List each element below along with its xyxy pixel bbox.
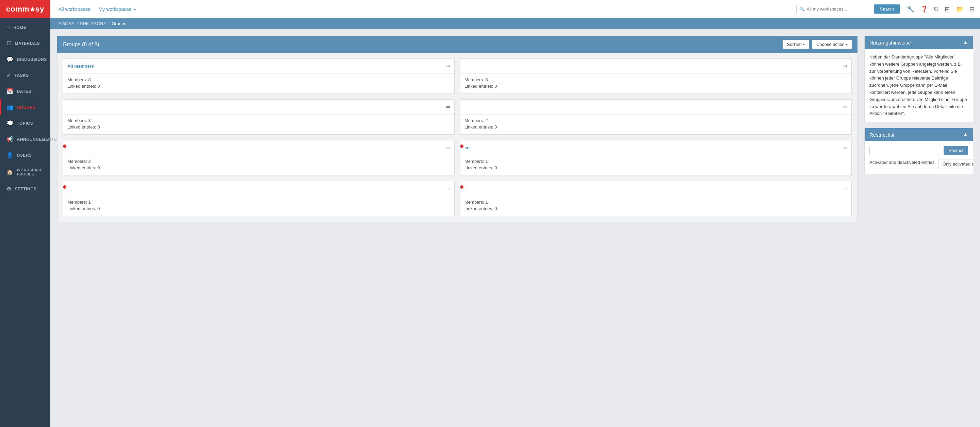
my-workspaces-link[interactable]: My workspaces ▾ xyxy=(98,6,135,12)
restrict-filter-select[interactable]: Only activated entries Only deactivated … xyxy=(938,159,973,169)
group-name[interactable]: All members xyxy=(67,63,94,69)
materials-icon: ☐ xyxy=(6,40,11,46)
nutzungshinweise-collapse-button[interactable]: ▲ xyxy=(963,40,968,46)
search-input-wrap: 🔍 xyxy=(796,5,871,13)
all-workspaces-link[interactable]: All workspaces xyxy=(59,6,90,12)
breadcrumb-sep1: / xyxy=(76,21,78,26)
dates-icon: 📅 xyxy=(6,88,14,95)
nav-links: All workspaces My workspaces ▾ xyxy=(59,6,136,12)
groups-actions: Sort list ▾ Choose action ▾ xyxy=(783,40,852,49)
copy-icon[interactable]: ⧉ xyxy=(934,5,939,13)
breadcrumb-shk-agora[interactable]: SHK-AGORA xyxy=(80,21,107,26)
group-card-header: ⇒ xyxy=(460,100,851,114)
dashboard-icon[interactable]: ⊟ xyxy=(969,5,975,13)
grid-icon[interactable]: ⊞ xyxy=(945,5,950,13)
login-icon[interactable]: ⇒ xyxy=(446,185,450,192)
sort-chevron: ▾ xyxy=(803,43,805,46)
group-card: ⇒ Members: 8 Linked entries: 0 xyxy=(460,59,852,94)
sidebar-item-settings[interactable]: ⚙ SETTINGS xyxy=(0,181,50,197)
groups-icon: 👥 xyxy=(6,104,14,111)
login-icon[interactable]: ⇒ xyxy=(446,104,450,110)
group-card-header: ⇒ xyxy=(460,59,851,74)
breadcrumb-current: Groups xyxy=(111,21,126,26)
groups-panel: Groups (8 of 8) Sort list ▾ Choose actio… xyxy=(57,36,858,420)
linked-entries: Linked entries: 0 xyxy=(465,124,847,130)
breadcrumb: AGORA / SHK-AGORA / Groups xyxy=(50,18,980,29)
main-content: Groups (8 of 8) Sort list ▾ Choose actio… xyxy=(50,29,980,427)
login-icon[interactable]: ⇒ xyxy=(843,63,847,69)
group-card: All members ⇒ Members: 8 Linked entries:… xyxy=(63,59,455,94)
discussions-icon: 💬 xyxy=(6,56,14,63)
sidebar-item-announcements[interactable]: 📢 ANNOUNCEMENTS xyxy=(0,131,50,147)
restrict-box-body: Restrict Activated and deactivated entri… xyxy=(865,141,973,174)
sidebar-item-dates[interactable]: 📅 DATES xyxy=(0,83,50,99)
group-card-header: ⇒ xyxy=(63,140,454,156)
sidebar-item-groups[interactable]: 👥 GROUPS xyxy=(0,99,50,115)
group-card-header: ⇒ xyxy=(63,100,454,114)
search-button[interactable]: Search xyxy=(874,5,900,14)
home-icon: ⌂ xyxy=(6,24,10,30)
sidebar-item-home[interactable]: ⌂ HOME xyxy=(0,20,50,35)
group-card: ⇒ Members: 8 Linked entries: 0 xyxy=(63,99,455,135)
groups-title: Groups (8 of 8) xyxy=(63,41,99,48)
restrict-row: Restrict xyxy=(869,146,968,155)
sidebar-item-users[interactable]: 👤 USERS xyxy=(0,147,50,163)
login-icon[interactable]: ⇒ xyxy=(446,63,450,69)
group-card-body: Members: 8 Linked entries: 0 xyxy=(460,74,851,94)
sidebar: ⌂ HOME ☐ MATERIALS 💬 DISCUSSIONS ✓ TASKS… xyxy=(0,18,50,427)
logo-text: comm★sy xyxy=(6,5,44,14)
info-box-title: Nutzungshinweise xyxy=(869,40,911,46)
help-icon[interactable]: ❓ xyxy=(920,5,928,13)
nutzungshinweise-box: Nutzungshinweise ▲ Neben der Standardgru… xyxy=(864,36,973,122)
sidebar-item-tasks[interactable]: ✓ TASKS xyxy=(0,67,50,83)
group-card-body: Members: 1 Linked entries: 0 xyxy=(460,156,851,175)
group-card-header: ⇒ xyxy=(63,181,454,196)
login-icon[interactable]: ⇒ xyxy=(446,144,450,151)
restrict-text-input[interactable] xyxy=(869,146,940,155)
top-icons: 🔧 ❓ ⧉ ⊞ 📁 ⊟ xyxy=(907,5,975,13)
linked-entries: Linked entries: 0 xyxy=(67,124,450,130)
red-dot-indicator xyxy=(460,185,463,189)
restrict-box-header: Restrict list ▲ xyxy=(865,128,973,141)
red-dot-indicator xyxy=(63,144,66,148)
folder-icon[interactable]: 📁 xyxy=(956,5,963,13)
logo: comm★sy xyxy=(0,0,50,18)
members-count: Members: 2 xyxy=(465,118,847,123)
linked-entries: Linked entries: 0 xyxy=(67,84,450,89)
sidebar-item-workspace-profile[interactable]: 🏠 WORKSPACE PROFILE xyxy=(0,163,50,181)
sort-list-button[interactable]: Sort list ▾ xyxy=(783,40,809,49)
sidebar-item-label: WORKSPACE PROFILE xyxy=(17,168,45,176)
restrict-list-box: Restrict list ▲ Restrict Activated and d… xyxy=(864,128,973,174)
restrict-collapse-button[interactable]: ▲ xyxy=(963,132,968,138)
login-icon[interactable]: ⇒ xyxy=(843,185,847,192)
app-body: ⌂ HOME ☐ MATERIALS 💬 DISCUSSIONS ✓ TASKS… xyxy=(0,18,980,427)
linked-entries: Linked entries: 0 xyxy=(465,165,847,170)
sidebar-item-discussions[interactable]: 💬 DISCUSSIONS xyxy=(0,51,50,67)
search-input[interactable] xyxy=(807,6,868,11)
search-area: 🔍 Search 🔧 ❓ ⧉ ⊞ 📁 ⊟ xyxy=(796,5,975,14)
sidebar-item-topics[interactable]: 💭 TOPICS xyxy=(0,115,50,131)
announcements-icon: 📢 xyxy=(6,136,14,143)
group-card: ⇒ Members: 1 Linked entries: 0 xyxy=(460,181,852,216)
group-card-body: Members: 1 Linked entries: 0 xyxy=(63,196,454,216)
groups-header: Groups (8 of 8) Sort list ▾ Choose actio… xyxy=(57,36,858,53)
info-box-text: Neben der Standardgruppe "Alle Mitgliede… xyxy=(869,54,967,116)
wrench-icon[interactable]: 🔧 xyxy=(907,5,914,13)
workspace-profile-icon: 🏠 xyxy=(6,169,14,175)
group-name[interactable]: en xyxy=(465,145,469,150)
login-icon[interactable]: ⇒ xyxy=(843,144,847,151)
group-card: ⇒ Members: 1 Linked entries: 0 xyxy=(63,181,455,216)
groups-grid: All members ⇒ Members: 8 Linked entries:… xyxy=(57,53,858,222)
restrict-button[interactable]: Restrict xyxy=(943,146,968,155)
group-card-body: Members: 2 Linked entries: 0 xyxy=(63,156,454,175)
group-card-header: ⇒ xyxy=(460,181,851,196)
group-card-body: Members: 8 Linked entries: 0 xyxy=(63,74,454,94)
sidebar-item-materials[interactable]: ☐ MATERIALS xyxy=(0,35,50,51)
breadcrumb-agora[interactable]: AGORA xyxy=(59,21,75,26)
group-card-body: Members: 1 Linked entries: 0 xyxy=(460,196,851,216)
sidebar-item-label: DISCUSSIONS xyxy=(17,57,47,62)
choose-action-button[interactable]: Choose action ▾ xyxy=(812,40,852,49)
right-panel: Nutzungshinweise ▲ Neben der Standardgru… xyxy=(864,36,973,420)
login-icon[interactable]: ⇒ xyxy=(843,104,847,110)
sidebar-item-label: MATERIALS xyxy=(15,41,40,46)
